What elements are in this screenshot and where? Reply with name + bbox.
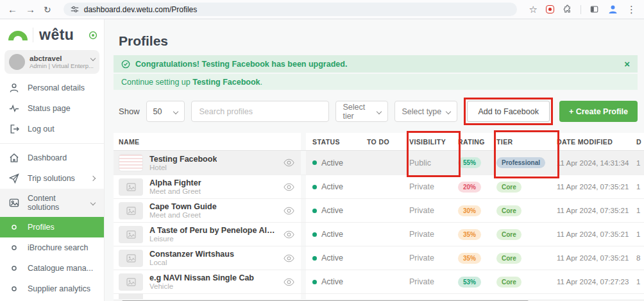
show-label: Show <box>119 107 140 116</box>
continue-text: Continue setting up Testing Facebook. <box>121 78 262 87</box>
back-icon[interactable]: ← <box>8 4 17 14</box>
tier-cell: Core <box>496 223 557 246</box>
extensions-icon[interactable] <box>563 4 572 14</box>
profile-name[interactable]: Cape Town Guide <box>149 202 217 211</box>
user-avatar <box>9 54 25 70</box>
status-dot-icon <box>312 232 317 237</box>
table-row[interactable]: Testing Facebook Hotel Active Public 55%… <box>114 151 644 175</box>
sidebar-item-label: Profiles <box>28 223 55 232</box>
search-input[interactable] <box>191 101 330 122</box>
menu-kebab-icon[interactable]: ⋮ <box>627 4 636 14</box>
table-row[interactable]: Constanzer Wirtshaus Local Active Privat… <box>114 246 644 270</box>
forward-icon[interactable]: → <box>26 4 35 14</box>
bookmark-star-icon[interactable]: ☆ <box>529 4 538 14</box>
side-panel-icon[interactable] <box>589 4 599 14</box>
preview-eye-icon[interactable] <box>284 183 294 191</box>
chevron-down-icon[interactable] <box>90 56 96 61</box>
profile-name[interactable]: Alpha Fighter <box>149 178 201 187</box>
table-row[interactable]: e.g NAVI Nissan Single Cab Vehicle Activ… <box>114 270 644 293</box>
profile-avatar-icon[interactable] <box>607 4 618 15</box>
table-row[interactable]: Cape Town Guide Meet and Greet Active Pr… <box>114 198 644 222</box>
sidebar-item-trip-solutions[interactable]: Trip solutions <box>0 168 104 189</box>
brand-header: wêtu <box>0 19 104 49</box>
rating-badge: 55% <box>458 157 481 168</box>
column-header-cutoff[interactable]: D <box>636 133 644 150</box>
column-header-name[interactable]: NAME <box>114 133 301 150</box>
preview-eye-icon[interactable] <box>284 254 294 262</box>
url-bar[interactable]: dashboard.dev.wetu.com/Profiles <box>64 3 517 16</box>
table-header: NAME STATUS TO DO VISIBILITY RATING TIER… <box>114 133 644 151</box>
image-placeholder-icon <box>126 183 136 191</box>
sidebar-item-supplier-analytics[interactable]: Supplier analytics <box>0 279 104 299</box>
sidebar-item-status-page[interactable]: Status page <box>0 98 104 119</box>
sidebar-item-log-out[interactable]: Log out <box>0 119 104 139</box>
preview-eye-icon[interactable] <box>284 207 294 215</box>
table-row[interactable]: Alpha Fighter Meet and Greet Active Priv… <box>114 175 644 198</box>
close-icon[interactable]: × <box>624 59 630 69</box>
image-placeholder-icon <box>126 207 136 215</box>
main-content: Profiles Congratulations! Testing Facebo… <box>105 19 644 301</box>
sidebar-toggle-icon[interactable] <box>89 31 97 40</box>
user-card[interactable]: abctravel Admin | Virtual Enterp... <box>4 50 99 74</box>
preview-eye-icon[interactable] <box>284 278 294 286</box>
add-to-facebook-button[interactable]: Add to Facebook <box>467 101 550 122</box>
sidebar-item-profiles[interactable]: Profiles <box>0 217 104 237</box>
visibility-cell: Private <box>409 199 458 222</box>
tier-badge: Core <box>496 229 521 240</box>
column-header-tier[interactable]: TIER <box>496 133 557 150</box>
status-text: Active <box>321 230 343 239</box>
status-dot-icon <box>312 185 317 189</box>
profile-name[interactable]: Constanzer Wirtshaus <box>149 250 234 259</box>
user-name: abctravel <box>30 55 62 62</box>
rating-cell: 55% <box>458 151 496 175</box>
profile-type: Vehicle <box>149 282 254 290</box>
type-select[interactable]: Select type <box>394 101 457 122</box>
add-to-facebook-highlight: Add to Facebook <box>464 98 553 125</box>
create-profile-button[interactable]: + Create Profile <box>559 101 638 122</box>
sidebar-item-content-solutions[interactable]: Content solutions <box>0 189 104 217</box>
profile-name[interactable]: A Taste of Peru by Penelope Alzamora <box>149 226 277 235</box>
sidebar-item-catalogue-manager[interactable]: Catalogue mana... <box>0 258 104 279</box>
tier-cell: Core <box>496 270 557 293</box>
column-header-rating[interactable]: RATING <box>458 133 496 150</box>
column-gap <box>301 246 306 270</box>
sidebar-item-dashboard[interactable]: Dashboard <box>0 148 104 168</box>
profile-name-cell: Constanzer Wirtshaus Local <box>114 246 301 270</box>
chevron-down-icon <box>90 200 96 205</box>
preview-eye-icon[interactable] <box>284 159 294 167</box>
profiles-table: NAME STATUS TO DO VISIBILITY RATING TIER… <box>114 133 644 299</box>
column-gap <box>301 223 306 246</box>
site-settings-icon[interactable] <box>71 5 79 13</box>
capture-indicator-icon[interactable] <box>546 5 554 13</box>
column-gap <box>301 199 306 222</box>
sidebar-item-label: Status page <box>28 104 71 113</box>
tier-cell: Core <box>496 199 557 222</box>
date-modified-cell: 11 Apr 2024, 07:35:21 <box>557 246 636 270</box>
preview-eye-icon[interactable] <box>284 230 294 239</box>
sidebar-item-personal-details[interactable]: Personal details <box>0 78 104 98</box>
sidebar-item-ibrochure-search[interactable]: iBrochure search <box>0 237 104 258</box>
profile-name[interactable]: Testing Facebook <box>149 155 217 164</box>
sidebar-item-label: Personal details <box>28 83 85 92</box>
profile-name[interactable]: e.g NAVI Nissan Single Cab <box>149 273 254 282</box>
column-header-visibility[interactable]: VISIBILITY <box>409 133 458 150</box>
tier-select-value: Select tier <box>343 103 377 121</box>
profile-thumbnail <box>119 154 143 171</box>
column-header-status[interactable]: STATUS <box>306 133 367 150</box>
column-header-todo[interactable]: TO DO <box>367 133 409 150</box>
success-banner: Congratulations! Testing Facebook has be… <box>114 55 638 73</box>
rating-cell: 30% <box>458 199 496 222</box>
cutoff-cell: 8 <box>636 246 644 270</box>
status-text: Active <box>321 182 343 191</box>
image-placeholder-icon <box>126 254 136 262</box>
continue-link[interactable]: Testing Facebook <box>192 78 260 87</box>
profile-thumbnail <box>119 250 143 267</box>
reload-icon[interactable]: ↻ <box>44 5 51 14</box>
status-dot-icon <box>312 160 317 165</box>
tier-select[interactable]: Select tier <box>335 101 388 122</box>
column-header-date-modified[interactable]: DATE MODIFIED <box>557 133 636 150</box>
brand-wordmark: wêtu <box>33 28 74 42</box>
page-size-select[interactable]: 50 <box>146 101 185 122</box>
sidebar-item-label: Content solutions <box>28 194 83 212</box>
table-row[interactable]: A Taste of Peru by Penelope Alzamora Lei… <box>114 222 644 246</box>
